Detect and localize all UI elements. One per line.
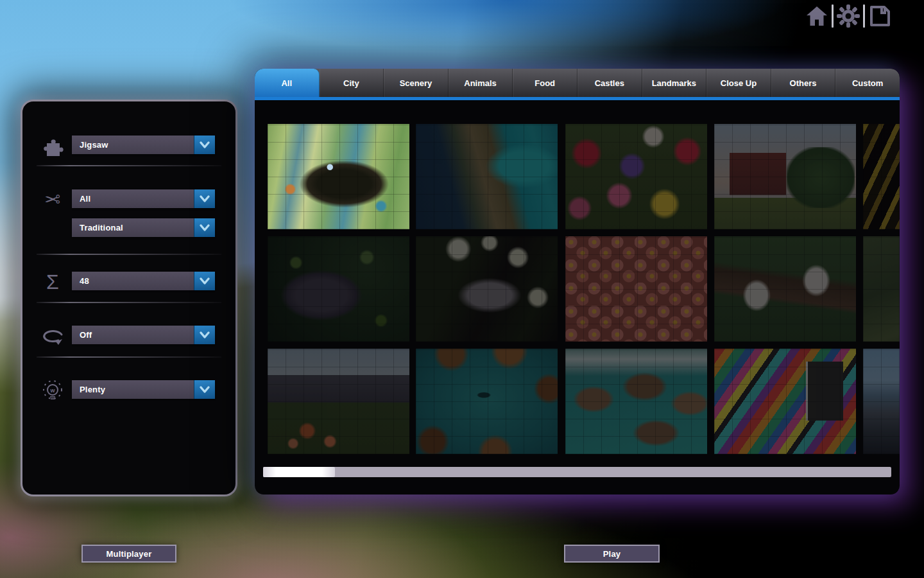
tab-food[interactable]: Food	[513, 69, 578, 97]
thumbnail-duck-selected[interactable]	[268, 124, 409, 229]
settings-button[interactable]	[835, 3, 862, 29]
thumbnail-chrysanthemums[interactable]	[565, 236, 707, 342]
tab-scenery[interactable]: Scenery	[384, 69, 449, 97]
thumbnail-city-skyline[interactable]	[863, 349, 900, 454]
rotation-dropdown-button[interactable]	[194, 326, 215, 344]
tabbar-underline	[255, 97, 900, 100]
tab-custom[interactable]: Custom	[835, 69, 900, 97]
chevron-down-icon	[198, 329, 211, 341]
piece-count-value: 48	[72, 272, 194, 290]
piece-count-dropdown[interactable]: 48	[72, 272, 215, 290]
sigma-icon: Σ	[40, 269, 65, 295]
tab-castles[interactable]: Castles	[578, 69, 642, 97]
toolbar-divider	[863, 4, 865, 28]
hints-dropdown[interactable]: Plenty	[72, 380, 215, 399]
section-divider	[37, 254, 221, 255]
gallery-scrollbar-track[interactable]	[263, 467, 891, 477]
setting-row-cut-style: Traditional	[22, 218, 235, 241]
save-button[interactable]	[866, 3, 893, 29]
thumbnail-garden[interactable]	[863, 236, 900, 342]
puzzle-piece-icon	[40, 133, 65, 159]
tab-city[interactable]: City	[320, 69, 384, 97]
cut-style-dropdown-button[interactable]	[194, 218, 215, 237]
puzzle-type-value: Jigsaw	[72, 136, 194, 154]
home-icon	[805, 4, 829, 28]
section-divider	[37, 165, 221, 166]
cut-style-value: Traditional	[72, 218, 194, 237]
cut-filter-dropdown[interactable]: All	[72, 189, 215, 208]
hints-dropdown-button[interactable]	[194, 380, 215, 399]
thumbnail-possum[interactable]	[416, 236, 558, 342]
save-icon	[868, 4, 892, 28]
scissors-icon: ✂	[40, 187, 65, 213]
setting-row-rotation: Off	[22, 326, 235, 349]
svg-text:w: w	[49, 387, 55, 394]
hints-value: Plenty	[72, 380, 194, 399]
cut-style-dropdown[interactable]: Traditional	[72, 218, 215, 237]
thumbnail-pigeon[interactable]	[268, 236, 409, 342]
cut-filter-value: All	[72, 189, 194, 208]
settings-icon	[835, 3, 861, 29]
thumbnail-elephant-rocks[interactable]	[565, 349, 707, 454]
chevron-down-icon	[198, 193, 211, 205]
category-tabbar: All City Scenery Animals Food Castles La…	[255, 69, 900, 97]
puzzle-type-dropdown-button[interactable]	[194, 136, 215, 154]
home-button[interactable]	[803, 3, 830, 29]
setting-row-puzzle-type: Jigsaw	[22, 136, 235, 159]
thumbnail-brick-building[interactable]	[714, 124, 856, 229]
thumbnail-street-mural[interactable]	[714, 349, 856, 454]
tab-landmarks[interactable]: Landmarks	[642, 69, 707, 97]
thumbnail-railway-station[interactable]	[268, 349, 409, 454]
toolbar-divider	[832, 4, 834, 28]
puzzle-type-dropdown[interactable]: Jigsaw	[72, 136, 215, 154]
section-divider	[37, 356, 221, 358]
cut-filter-dropdown-button[interactable]	[194, 189, 215, 208]
chevron-down-icon	[198, 384, 211, 396]
chevron-down-icon	[198, 276, 211, 287]
rotation-dropdown[interactable]: Off	[72, 326, 215, 344]
piece-count-dropdown-button[interactable]	[194, 272, 215, 290]
setting-row-piece-count: Σ 48	[22, 272, 235, 295]
chevron-down-icon	[198, 222, 211, 234]
puzzle-settings-panel: Jigsaw ✂ All Traditional	[21, 100, 237, 496]
hint-bulb-icon: w	[40, 378, 65, 403]
tab-close-up[interactable]: Close Up	[706, 69, 771, 97]
tab-animals[interactable]: Animals	[449, 69, 513, 97]
play-button[interactable]: Play	[564, 545, 660, 563]
thumbnail-coral-reef[interactable]	[416, 349, 558, 454]
multiplayer-button[interactable]: Multiplayer	[81, 545, 176, 563]
chevron-down-icon	[198, 139, 211, 151]
section-divider	[37, 302, 221, 303]
puzzle-gallery-panel: All City Scenery Animals Food Castles La…	[255, 69, 900, 495]
rotation-icon	[40, 323, 65, 349]
tab-others[interactable]: Others	[771, 69, 836, 97]
thumbnail-tulips[interactable]	[565, 124, 707, 229]
setting-row-hints: w Plenty	[22, 380, 235, 403]
setting-row-cut-filter: ✂ All	[22, 189, 235, 213]
tab-all[interactable]: All	[255, 69, 320, 97]
thumbnail-kookaburras[interactable]	[714, 236, 856, 342]
rotation-value: Off	[72, 326, 194, 344]
thumbnail-coastal-cliff[interactable]	[416, 124, 558, 229]
top-toolbar	[803, 3, 893, 29]
gallery-scrollbar-thumb[interactable]	[263, 467, 335, 477]
thumbnail-palm-fronds[interactable]	[863, 124, 900, 229]
